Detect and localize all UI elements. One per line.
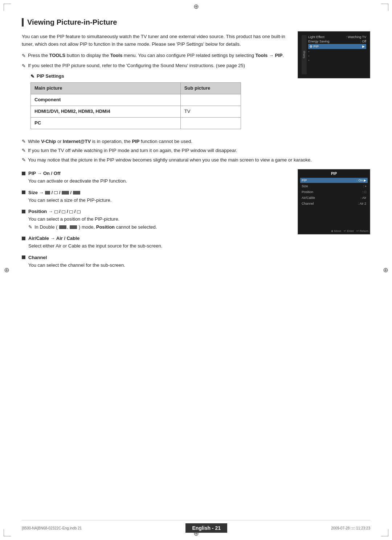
warning-icon-3: ✎ bbox=[22, 156, 26, 164]
position-label: Position → / / / bbox=[28, 209, 81, 214]
tv-screenshot-2: PIP PIP: On ▶ Size: ▪ Position: □ Air/Ca… bbox=[298, 169, 370, 272]
section-air-cable: Air/Cable → Air / Cable Select either Ai… bbox=[22, 236, 290, 250]
pip-row-aircable: Air/Cable: Air bbox=[300, 195, 368, 200]
bullet-icon-5 bbox=[22, 255, 25, 259]
footer-right: 2009-07-28 □□ 11:23:23 bbox=[331, 526, 370, 530]
air-cable-title: Air/Cable → Air / Cable bbox=[22, 236, 290, 241]
pip-on-off-desc: You can activate or deactivate the PIP f… bbox=[28, 177, 290, 185]
section-pip-on-off: PIP → On / Off You can activate or deact… bbox=[22, 171, 290, 185]
warnings-section: ✎ While V-Chip or Internet@TV is in oper… bbox=[22, 138, 370, 164]
table-cell-hdmi-sub: TV bbox=[180, 106, 241, 117]
note-block-1: ✎ Press the TOOLS button to display the … bbox=[22, 52, 290, 60]
corner-tr bbox=[381, 4, 388, 11]
table-row: Component bbox=[31, 94, 241, 106]
pip-row-channel: Channel: Air 2 bbox=[300, 201, 368, 206]
sidebar-label-1: Setup bbox=[302, 35, 307, 74]
tv-menu-row-pip: ✿ PIP▶ bbox=[308, 44, 366, 49]
position-note: ✎ In Double ( , ) mode, Position cannot … bbox=[28, 224, 290, 231]
note-text-1: Press the TOOLS button to display the To… bbox=[28, 52, 290, 59]
size-label: Size → / / / bbox=[28, 190, 80, 195]
crosshair-right bbox=[382, 266, 389, 274]
pip-row-size: Size: ▪ bbox=[300, 184, 368, 189]
crosshair-left bbox=[3, 266, 10, 274]
tv-menu-row-1: Light Effect: Watching TV bbox=[308, 35, 366, 39]
footer-left: [8500-NA]BN68-02322C-Eng.indb 21 bbox=[22, 526, 82, 530]
warning-2: ✎ If you turn the TV off while watching … bbox=[22, 147, 370, 154]
page-container: Viewing Picture-in-Picture You can use t… bbox=[0, 0, 392, 540]
corner-bl bbox=[4, 529, 11, 536]
footer-page-number: English - 21 bbox=[185, 523, 227, 533]
bullet-icon-3 bbox=[22, 210, 25, 213]
note-block-2: ✎ If you select the PIP picture sound, r… bbox=[22, 62, 290, 70]
pip-row-position: Position: □ bbox=[300, 189, 368, 195]
warning-icon-1: ✎ bbox=[22, 138, 26, 145]
note-icon-1: ✎ bbox=[22, 52, 26, 60]
bullet-icon-2 bbox=[22, 191, 25, 194]
pip-settings-label: ✎ PIP Settings bbox=[30, 73, 290, 81]
page-footer: [8500-NA]BN68-02322C-Eng.indb 21 English… bbox=[22, 520, 370, 533]
pip-on-off-title: PIP → On / Off bbox=[22, 171, 290, 176]
intro-section: You can use the PIP feature to simultane… bbox=[22, 33, 370, 134]
tv-menu-row-3: ▪ bbox=[308, 50, 366, 53]
pip-section-wrapper: PIP → On / Off You can activate or deact… bbox=[22, 165, 370, 272]
warning-text-1: While V-Chip or Internet@TV is in operat… bbox=[28, 138, 192, 145]
pip-row-pip: PIP: On ▶ bbox=[300, 178, 368, 183]
bullet-icon-4 bbox=[22, 237, 25, 240]
pip-menu-footer: ◈ Move ↵ Enter ↩ Return bbox=[331, 229, 368, 233]
position-note-icon: ✎ bbox=[28, 224, 32, 231]
table-row: HDMI1/DVI, HDMI2, HDMI3, HDMI4 TV bbox=[31, 106, 241, 117]
channel-title: Channel bbox=[22, 255, 290, 260]
section-size: Size → / / / You can select a size of th… bbox=[22, 190, 290, 204]
table-header-col1: Main picture bbox=[31, 83, 181, 94]
table-row: PC bbox=[31, 117, 241, 129]
channel-desc: You can select the channel for the sub-s… bbox=[28, 262, 290, 269]
note-icon-2: ✎ bbox=[22, 62, 26, 70]
crosshair-top bbox=[192, 3, 200, 10]
table-cell-pc: PC bbox=[31, 117, 181, 129]
intro-text: You can use the PIP feature to simultane… bbox=[22, 33, 290, 134]
position-title: Position → / / / bbox=[22, 209, 290, 214]
bullet-icon-1 bbox=[22, 172, 25, 175]
corner-tl bbox=[4, 4, 11, 11]
warning-text-2: If you turn the TV off while watching in… bbox=[28, 147, 237, 154]
section-position: Position → / / / You can select a positi… bbox=[22, 209, 290, 230]
corner-br bbox=[381, 529, 388, 536]
pip-section-left: PIP → On / Off You can activate or deact… bbox=[22, 165, 290, 272]
note-text-2: If you select the PIP picture sound, ref… bbox=[28, 62, 290, 69]
page-title: Viewing Picture-in-Picture bbox=[22, 18, 370, 26]
size-desc: You can select a size of the PIP-picture… bbox=[28, 197, 290, 204]
table-cell-pc-sub bbox=[180, 117, 241, 129]
table-cell-component: Component bbox=[31, 94, 181, 106]
air-cable-desc: Select either Air or Cable as the input … bbox=[28, 242, 290, 250]
intro-paragraph: You can use the PIP feature to simultane… bbox=[22, 33, 290, 48]
channel-label: Channel bbox=[28, 255, 47, 260]
tv-menu-row-4: ▪ bbox=[308, 54, 366, 58]
pip-settings-table: Main picture Sub picture Component HDMI1… bbox=[30, 82, 241, 129]
warning-icon-2: ✎ bbox=[22, 147, 26, 154]
warning-text-3: You may notice that the picture in the P… bbox=[28, 156, 312, 164]
tv-menu-row-2: Energy Saving: Off bbox=[308, 40, 366, 43]
warning-3: ✎ You may notice that the picture in the… bbox=[22, 156, 370, 164]
table-cell-component-sub bbox=[180, 94, 241, 106]
position-note-text: In Double ( , ) mode, Position cannot be… bbox=[34, 224, 157, 231]
position-desc: You can select a position of the PIP-pic… bbox=[28, 216, 290, 223]
pip-settings-icon: ✎ bbox=[30, 73, 34, 81]
size-title: Size → / / / bbox=[22, 190, 290, 195]
pip-on-off-label: PIP → On / Off bbox=[28, 171, 61, 176]
table-header-col2: Sub picture bbox=[180, 83, 241, 94]
pip-menu-title: PIP bbox=[300, 172, 368, 176]
tv-menu-row-5: ▪ bbox=[308, 58, 366, 62]
air-cable-label: Air/Cable → Air / Cable bbox=[28, 236, 79, 241]
main-content: Viewing Picture-in-Picture You can use t… bbox=[22, 18, 370, 272]
section-channel: Channel You can select the channel for t… bbox=[22, 255, 290, 269]
table-cell-hdmi: HDMI1/DVI, HDMI2, HDMI3, HDMI4 bbox=[31, 106, 181, 117]
tv-screenshot-1: Setup Light Effect: Watching TV Energy S… bbox=[298, 31, 370, 78]
warning-1: ✎ While V-Chip or Internet@TV is in oper… bbox=[22, 138, 370, 145]
